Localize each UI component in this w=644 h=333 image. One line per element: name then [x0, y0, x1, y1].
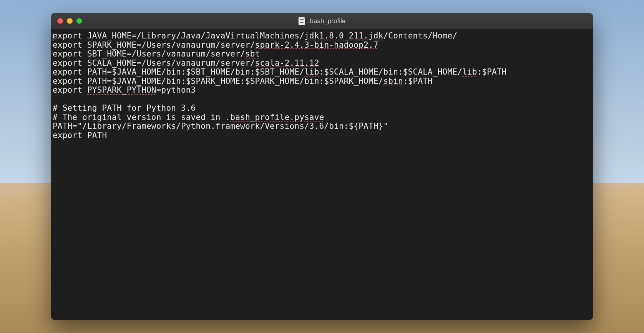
- code-line: export JAVA_HOME=/Library/Java/JavaVirtu…: [53, 32, 591, 41]
- code-text: # The original version is saved in .: [53, 113, 230, 122]
- code-line: PATH="/Library/Frameworks/Python.framewo…: [53, 122, 591, 131]
- code-text: _: [250, 113, 255, 122]
- code-line: # Setting PATH for Python 3.6: [53, 104, 591, 113]
- spellcheck-underline: sbin: [383, 77, 403, 86]
- spellcheck-underline: PYSPARK: [87, 85, 122, 95]
- minimize-button[interactable]: [67, 18, 73, 24]
- text-cursor: [53, 33, 53, 41]
- window-title-group: .bash_profile: [299, 17, 345, 25]
- spellcheck-underline: lib: [304, 67, 319, 77]
- spellcheck-underline: bash: [230, 113, 250, 122]
- code-line: export PATH: [53, 131, 591, 140]
- document-icon: [299, 17, 305, 25]
- code-text: /Contents/Home/: [383, 31, 458, 40]
- spellcheck-underline: jdk1.8.0: [304, 31, 344, 40]
- code-text: export JAVA_HOME=/Library/Java/JavaVirtu…: [53, 31, 304, 40]
- code-text: export: [53, 85, 87, 95]
- window-titlebar[interactable]: .bash_profile: [51, 13, 593, 29]
- spellcheck-underline: lib: [462, 67, 477, 77]
- code-text: export SCALA_HOME=/Users/vanaurum/server…: [53, 58, 255, 68]
- code-text: :$SCALA_HOME/bin:$SCALA_HOME/: [319, 67, 462, 77]
- traffic-lights: [51, 18, 82, 24]
- code-line: [53, 95, 591, 104]
- spellcheck-underline: spark-2.4.3-bin-hadoop2.7: [255, 40, 378, 50]
- code-text: export SBT_HOME=/Users/vanaurum/server/: [53, 49, 245, 58]
- text-editor-area[interactable]: export JAVA_HOME=/Library/Java/JavaVirtu…: [51, 29, 593, 320]
- code-text: :$PATH: [403, 77, 433, 86]
- spellcheck-underline: 211.jdk: [349, 31, 383, 40]
- code-text: # Setting PATH for Python 3.6: [53, 103, 196, 113]
- code-line: export SCALA_HOME=/Users/vanaurum/server…: [53, 59, 591, 68]
- spellcheck-underline: scala-2.11.12: [255, 58, 319, 68]
- editor-window: .bash_profile export JAVA_HOME=/Library/…: [51, 13, 593, 320]
- code-text: :$PATH: [477, 67, 507, 77]
- code-text: =python3: [156, 85, 196, 95]
- code-line: export PATH=$JAVA_HOME/bin:$SPARK_HOME:$…: [53, 77, 591, 86]
- spellcheck-underline: sbt: [245, 49, 260, 58]
- code-text: export PATH=$JAVA_HOME/bin:$SPARK_HOME:$…: [53, 77, 383, 86]
- code-text: _: [344, 31, 349, 40]
- code-text: export PATH=$JAVA_HOME/bin:$SBT_HOME/bin…: [53, 67, 304, 77]
- code-text: _: [122, 85, 127, 95]
- code-line: export SBT_HOME=/Users/vanaurum/server/s…: [53, 50, 591, 59]
- code-text: PATH="/Library/Frameworks/Python.framewo…: [53, 122, 388, 131]
- window-title: .bash_profile: [308, 17, 345, 25]
- maximize-button[interactable]: [76, 18, 82, 24]
- code-text: export SPARK_HOME=/Users/vanaurum/server…: [53, 40, 255, 50]
- close-button[interactable]: [57, 18, 63, 24]
- code-line: # The original version is saved in .bash…: [53, 113, 591, 122]
- code-text: export PATH: [53, 131, 107, 140]
- code-line: export PYSPARK_PYTHON=python3: [53, 86, 591, 95]
- code-line: export PATH=$JAVA_HOME/bin:$SBT_HOME/bin…: [53, 68, 591, 77]
- spellcheck-underline: profile.pysave: [255, 113, 324, 122]
- spellcheck-underline: PYTHON: [127, 85, 156, 95]
- code-line: export SPARK_HOME=/Users/vanaurum/server…: [53, 41, 591, 50]
